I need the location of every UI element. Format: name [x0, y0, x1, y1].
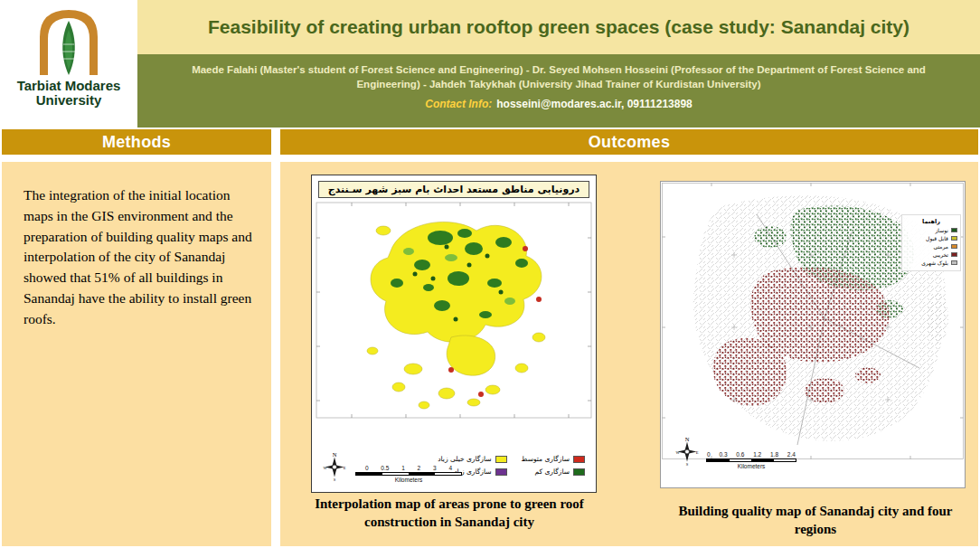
legend-label: قابل قبول: [926, 235, 948, 241]
legend-item: قابل قبول: [905, 235, 957, 241]
legend-swatch: [495, 468, 507, 476]
university-logo-emblem: [25, 5, 112, 77]
methods-header-label: Methods: [102, 133, 171, 152]
legend-swatch: [573, 456, 585, 463]
legend-item: بلوک شهری: [905, 260, 957, 266]
methods-header-bar: Methods: [2, 129, 271, 155]
scale-bar-numbers: 0 0.5 1 2 3 4: [365, 465, 452, 471]
svg-text:S: S: [334, 477, 336, 482]
legend-label: تخریبی: [933, 251, 948, 258]
methods-panel: The integration of the initial location …: [2, 162, 271, 546]
legend-item: تخریبی: [905, 251, 957, 258]
legend-label: مرمتی: [933, 243, 948, 250]
svg-text:W: W: [324, 466, 328, 470]
legend-label: سازگاری کم: [535, 468, 570, 476]
legend-swatch: [951, 236, 957, 241]
legend-label: نوساز: [935, 227, 948, 233]
svg-text:S: S: [686, 462, 689, 467]
university-name-line1: Tarbiat Modares: [17, 79, 121, 93]
svg-text:E: E: [696, 450, 699, 455]
svg-text:N: N: [333, 451, 337, 458]
legend-swatch: [951, 244, 957, 249]
legend-label: سازگاری متوسط: [522, 455, 570, 463]
interpolation-map-graphic: [316, 202, 592, 419]
authors-band: Maede Falahi (Master's student of Forest…: [137, 54, 980, 128]
scale-bar: 0 0.3 0.6 1.2 1.8 2.4 Kilometers: [706, 451, 796, 469]
scale-bar-unit: Kilometers: [738, 463, 766, 469]
methods-body-text: The integration of the initial location …: [2, 162, 271, 329]
legend-swatch: [951, 228, 957, 232]
university-name: Tarbiat Modares University: [17, 79, 121, 108]
outcomes-panel: درونیابی مناطق مستعد احداث بام سبز شهر س…: [280, 162, 978, 546]
legend-swatch: [951, 252, 957, 257]
university-name-line2: University: [17, 93, 121, 108]
scale-bar-unit: Kilometers: [395, 477, 423, 483]
authors-text: Maede Falahi (Master's student of Forest…: [179, 62, 938, 91]
legend-item: نوساز: [905, 227, 957, 233]
legend-swatch: [951, 260, 957, 265]
compass-rose-icon: N W E S: [675, 435, 699, 466]
university-logo: Tarbiat Modares University: [0, 0, 137, 128]
contact-line: Contact Info:hosseini@modares.ac.ir, 091…: [179, 98, 938, 110]
legend-label: بلوک شهری: [921, 260, 948, 266]
svg-text:W: W: [676, 450, 681, 455]
building-quality-map-figure: راهنما نوساز قابل قبول مرمتی تخریبی: [660, 181, 966, 488]
poster-root: Tarbiat Modares University Feasibility o…: [0, 0, 980, 548]
legend-item: سازگاری کم: [522, 468, 585, 476]
svg-text:E: E: [344, 466, 346, 470]
legend-swatch: [495, 456, 507, 463]
scale-bar-strip: [706, 458, 796, 462]
scale-bar: 0 0.5 1 2 3 4 Kilometers: [355, 465, 462, 483]
scale-bar-strip: [355, 472, 462, 476]
interpolation-map-title: درونیابی مناطق مستعد احداث بام سبز شهر س…: [318, 181, 589, 198]
title-band: Feasibility of creating urban rooftop gr…: [137, 0, 980, 54]
legend-label: سازگاری خیلی زیاد: [438, 455, 491, 463]
scale-bar-numbers: 0 0.3 0.6 1.2 1.8 2.4: [707, 451, 796, 458]
building-quality-map-caption: Building quality map of Sanandaj city an…: [674, 502, 956, 539]
interpolation-map-caption: Interpolation map of areas prone to gree…: [300, 495, 598, 532]
poster-title: Feasibility of creating urban rooftop gr…: [208, 16, 909, 38]
legend-title: راهنما: [905, 218, 957, 225]
legend-item: سازگاری خیلی زیاد: [438, 455, 506, 463]
legend-item: سازگاری متوسط: [522, 455, 585, 463]
contact-label: Contact Info:: [425, 98, 492, 110]
legend-item: مرمتی: [905, 243, 957, 250]
outcomes-header-label: Outcomes: [589, 133, 670, 152]
outcomes-header-bar: Outcomes: [280, 129, 978, 155]
interpolation-map-figure: درونیابی مناطق مستعد احداث بام سبز شهر س…: [311, 175, 597, 493]
compass-rose-icon: N W E S: [323, 450, 346, 481]
building-quality-legend: راهنما نوساز قابل قبول مرمتی تخریبی: [901, 214, 961, 271]
svg-text:N: N: [685, 436, 690, 442]
contact-value: hosseini@modares.ac.ir, 09111213898: [496, 98, 693, 110]
legend-swatch: [573, 468, 585, 476]
